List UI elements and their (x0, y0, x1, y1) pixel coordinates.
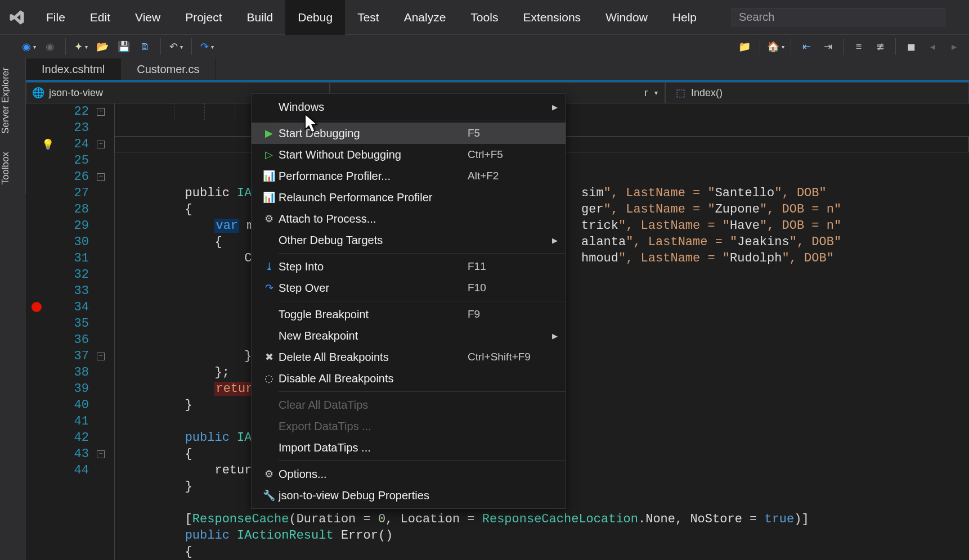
menu-item-extensions[interactable]: Extensions (510, 0, 593, 35)
menu-item-project[interactable]: Project (173, 0, 234, 35)
debug-menu-item[interactable]: Windows▶ (252, 96, 566, 118)
code-line[interactable]: [ResponseCache(Duration = 0, Location = … (125, 511, 969, 527)
menu-item-window[interactable]: Window (593, 0, 660, 35)
debug-menu-item[interactable]: ✖Delete All BreakpointsCtrl+Shift+F9 (252, 346, 566, 368)
menu-item-shortcut: F9 (468, 308, 546, 320)
comment-button[interactable]: ≡ (849, 37, 868, 56)
menu-item-shortcut: F10 (468, 282, 546, 294)
debug-menu-item[interactable]: New Breakpoint▶ (252, 325, 566, 346)
bookmark-next-button[interactable]: ▸ (944, 37, 963, 56)
menu-item-label: Disable All Breakpoints (279, 372, 468, 385)
side-tab-server-explorer[interactable]: Server Explorer (0, 58, 26, 143)
fold-toggle[interactable]: − (97, 173, 105, 181)
debug-menu-item[interactable]: 🔧json-to-view Debug Properties (252, 485, 566, 506)
submenu-arrow-icon: ▶ (546, 103, 558, 111)
nav-back-button[interactable]: ◉ (19, 37, 38, 56)
debug-menu-item[interactable]: ⚙Attach to Process... (252, 208, 566, 229)
debug-menu-item[interactable]: ↷Step OverF10 (252, 277, 566, 299)
menu-item-shortcut: F11 (468, 260, 546, 273)
save-button[interactable]: 💾 (114, 37, 133, 56)
debug-menu-item[interactable]: 📊Relaunch Performance Profiler (252, 187, 566, 208)
menu-item-label: Step Into (279, 260, 468, 273)
vs-logo-icon (0, 9, 34, 26)
submenu-arrow-icon: ▶ (546, 236, 558, 245)
fold-toggle[interactable]: − (97, 353, 105, 360)
debug-menu-item[interactable]: Toggle BreakpointF9 (252, 304, 566, 325)
menu-item-shortcut: Ctrl+Shift+F9 (468, 351, 546, 363)
menu-separator (279, 253, 566, 254)
file-tab[interactable]: Customer.cs (121, 58, 216, 80)
gear-icon: ⚙ (259, 213, 279, 225)
side-tab-strip: Server ExplorerToolbox (0, 58, 26, 560)
search-input[interactable] (732, 8, 945, 26)
menu-item-view[interactable]: View (123, 0, 173, 35)
menubar: FileEditViewProjectBuildDebugTestAnalyze… (0, 0, 969, 35)
menu-separator (279, 120, 566, 120)
menu-item-label: json-to-view Debug Properties (279, 489, 468, 502)
debug-menu-item[interactable]: ⤓Step IntoF11 (252, 256, 566, 277)
debug-menu-item[interactable]: ▶Start DebuggingF5 (252, 123, 566, 144)
debug-menu-item[interactable]: ▷Start Without DebuggingCtrl+F5 (252, 144, 566, 165)
toolbar: ◉ ◉ ✦ 📂 💾 🗎 ↶ ↷ 📁 🏠 ⇤ ⇥ ≡ ≢ ◼ ◂ ▸ (0, 35, 969, 58)
chevron-down-icon: ▾ (654, 89, 658, 97)
menu-item-tools[interactable]: Tools (458, 0, 510, 35)
code-line[interactable]: public IActionResult Error() (125, 527, 969, 544)
menu-item-debug[interactable]: Debug (285, 0, 345, 35)
menu-item-label: Step Over (279, 282, 468, 295)
browser-button[interactable]: 🏠 (766, 37, 785, 56)
debug-menu-item[interactable]: Other Debug Targets▶ (252, 229, 566, 251)
breadcrumb-project: json-to-view (49, 87, 103, 99)
undo-button[interactable]: ↶ (167, 37, 186, 56)
indent-in-button[interactable]: ⇥ (818, 37, 837, 56)
menu-item-build[interactable]: Build (235, 0, 286, 35)
breakpoint-icon[interactable] (32, 302, 42, 312)
debug-menu-item[interactable]: 📊Performance Profiler...Alt+F2 (252, 165, 566, 187)
menu-item-label: Export DataTips ... (279, 420, 468, 433)
code-line-right[interactable]: hmoud", LastName = "Rudolph", DOB" (581, 250, 834, 267)
method-dropdown[interactable]: ⬚ Index() (665, 82, 969, 103)
redo-button[interactable]: ↷ (198, 37, 217, 56)
new-item-button[interactable]: ✦ (71, 37, 91, 56)
lightbulb-icon[interactable]: 💡 (42, 137, 54, 153)
menu-item-label: Attach to Process... (279, 213, 468, 225)
menu-item-label: Start Without Debugging (279, 148, 468, 161)
debug-menu-item[interactable]: ⚙Options... (252, 463, 566, 485)
save-all-button[interactable]: 🗎 (136, 37, 155, 56)
debug-menu-item[interactable]: ◌Disable All Breakpoints (252, 368, 566, 389)
code-line-right[interactable]: trick", LastName = "Have", DOB = n" (581, 218, 841, 234)
profiler-icon: 📊 (259, 191, 279, 204)
globe-icon: 🌐 (32, 87, 44, 99)
menu-item-shortcut: F5 (468, 127, 546, 139)
code-line[interactable]: { (125, 544, 969, 560)
menu-item-help[interactable]: Help (660, 0, 709, 35)
open-button[interactable]: 📂 (93, 37, 112, 56)
debug-menu-item[interactable]: Import DataTips ... (252, 437, 566, 458)
gear-icon: ⚙ (259, 468, 279, 480)
uncomment-button[interactable]: ≢ (871, 37, 890, 56)
file-tab[interactable]: Index.cshtml (26, 58, 121, 80)
bookmark-icon[interactable]: ◼ (901, 37, 921, 56)
menu-item-label: Other Debug Targets (279, 234, 468, 247)
menu-item-file[interactable]: File (34, 0, 78, 35)
indent-out-button[interactable]: ⇤ (797, 37, 816, 56)
menu-item-shortcut: Ctrl+F5 (468, 148, 546, 161)
fold-toggle[interactable]: − (97, 450, 105, 458)
menu-item-analyze[interactable]: Analyze (392, 0, 459, 35)
menu-separator (279, 460, 566, 461)
menu-item-test[interactable]: Test (345, 0, 392, 35)
code-line-right[interactable]: sim", LastName = "Santello", DOB" (581, 185, 827, 201)
menu-item-label: Start Debugging (279, 127, 468, 140)
fold-toggle[interactable]: − (97, 141, 105, 148)
folder-button[interactable]: 📁 (735, 37, 754, 56)
fold-toggle[interactable]: − (97, 108, 105, 116)
code-line-right[interactable]: alanta", LastName = "Jeakins", DOB" (581, 234, 841, 250)
debug-menu-item: Export DataTips ... (252, 416, 566, 437)
submenu-arrow-icon: ▶ (546, 332, 558, 340)
menu-item-edit[interactable]: Edit (78, 0, 123, 35)
nav-forward-button[interactable]: ◉ (41, 37, 60, 56)
side-tab-toolbox[interactable]: Toolbox (0, 143, 26, 194)
bookmark-prev-button[interactable]: ◂ (923, 37, 942, 56)
step-into-icon: ⤓ (259, 260, 279, 273)
method-picker-label: Index() (691, 87, 723, 99)
code-line-right[interactable]: ger", LastName = "Zupone", DOB = n" (581, 201, 841, 218)
